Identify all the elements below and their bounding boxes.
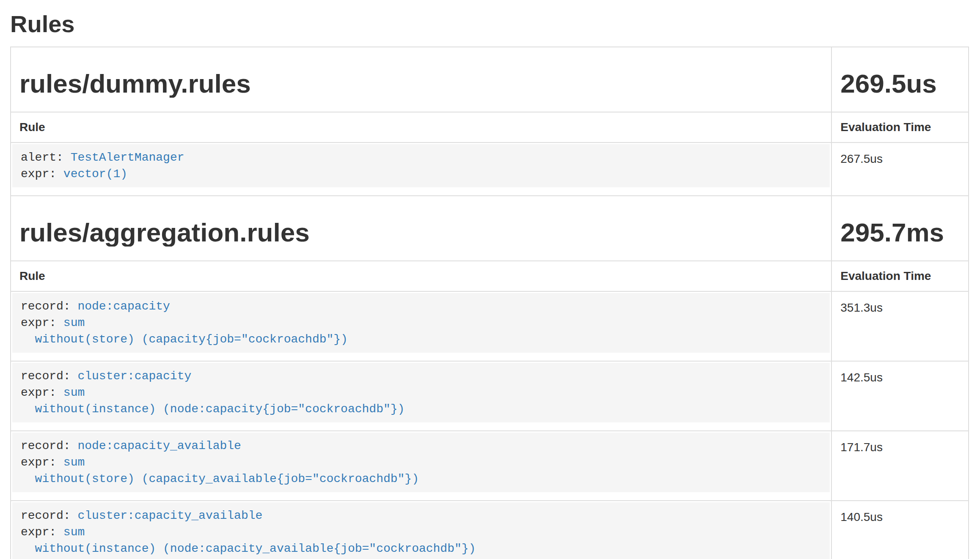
rule-eval-time: 351.3us [831,291,969,361]
group-header-row: rules/aggregation.rules 295.7ms [11,196,969,261]
rule-cell: alert: TestAlertManager expr: vector(1) [11,142,831,196]
time-column-header: Evaluation Time [831,112,969,142]
column-header-row: Rule Evaluation Time [11,261,969,291]
rule-keyword: record: [21,439,71,452]
rule-name-link[interactable]: TestAlertManager [71,151,184,164]
expr-keyword: expr: [21,167,56,181]
rule-expr-link[interactable]: sum without(instance) (node:capacity{job… [21,386,405,416]
rule-eval-time: 142.5us [831,361,969,431]
rule-eval-time: 140.5us [831,501,969,559]
group-total-time-cell: 269.5us [831,47,969,112]
rule-code: record: node:capacity_available expr: su… [12,433,830,492]
expr-keyword: expr: [21,456,56,469]
rule-code: alert: TestAlertManager expr: vector(1) [12,144,830,187]
rule-row: record: node:capacity expr: sum without(… [11,291,969,361]
expr-keyword: expr: [21,526,56,539]
rule-name-link[interactable]: cluster:capacity_available [77,509,262,522]
rule-keyword: record: [21,370,71,383]
expr-keyword: expr: [21,386,56,399]
rule-code: record: cluster:capacity_available expr:… [12,502,830,559]
rule-eval-time: 267.5us [831,142,969,196]
group-total-time: 269.5us [840,70,960,98]
rules-table: rules/dummy.rules 269.5us Rule Evaluatio… [10,47,969,559]
group-file-heading: rules/aggregation.rules [19,219,823,247]
page-title: Rules [10,11,969,37]
rule-name-link[interactable]: node:capacity_available [77,439,241,452]
rule-expr-link[interactable]: vector(1) [63,167,127,181]
group-header-row: rules/dummy.rules 269.5us [11,47,969,112]
rule-eval-time: 171.7us [831,431,969,501]
rule-keyword: record: [21,509,71,522]
rule-name-link[interactable]: cluster:capacity [77,370,191,383]
rule-expr-link[interactable]: sum without(store) (capacity{job="cockro… [21,316,348,346]
rule-row: alert: TestAlertManager expr: vector(1) … [11,142,969,196]
rule-code: record: node:capacity expr: sum without(… [12,293,830,353]
rule-keyword: alert: [21,151,63,164]
rule-row: record: cluster:capacity_available expr:… [11,501,969,559]
group-total-time-cell: 295.7ms [831,196,969,261]
rule-column-header: Rule [11,112,831,142]
rule-row: record: cluster:capacity expr: sum witho… [11,361,969,431]
rule-cell: record: node:capacity_available expr: su… [11,431,831,501]
expr-keyword: expr: [21,316,56,329]
rule-cell: record: cluster:capacity expr: sum witho… [11,361,831,431]
rule-row: record: node:capacity_available expr: su… [11,431,969,501]
rule-cell: record: cluster:capacity_available expr:… [11,501,831,559]
group-file-cell: rules/dummy.rules [11,47,831,112]
rule-code: record: cluster:capacity expr: sum witho… [12,363,830,422]
rules-page: Rules rules/dummy.rules 269.5us Rule Eva… [0,0,980,559]
time-column-header: Evaluation Time [831,261,969,291]
rule-column-header: Rule [11,261,831,291]
rule-name-link[interactable]: node:capacity [77,300,170,313]
rule-cell: record: node:capacity expr: sum without(… [11,291,831,361]
rule-expr-link[interactable]: sum without(store) (capacity_available{j… [21,456,419,485]
rule-expr-link[interactable]: sum without(instance) (node:capacity_ava… [21,526,476,555]
group-file-cell: rules/aggregation.rules [11,196,831,261]
rule-keyword: record: [21,300,71,313]
group-total-time: 295.7ms [840,219,960,247]
column-header-row: Rule Evaluation Time [11,112,969,142]
group-file-heading: rules/dummy.rules [19,70,823,98]
